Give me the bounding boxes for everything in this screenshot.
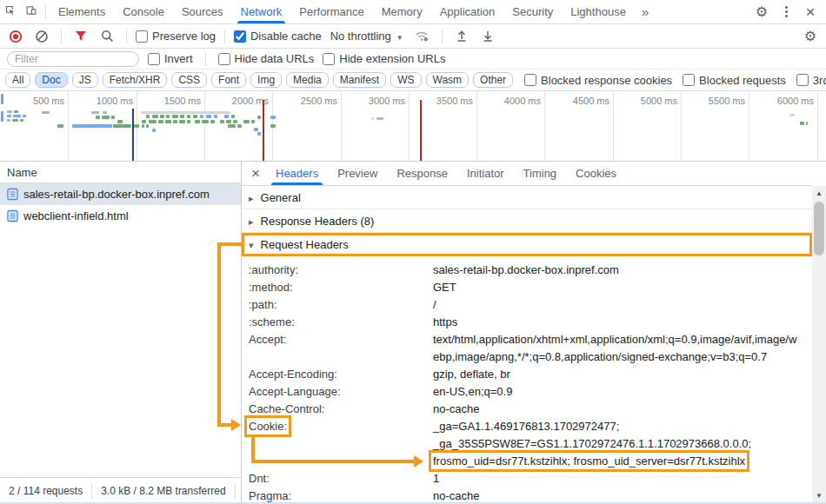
third-party-requests-checkbox[interactable]: 3rd-party requests: [796, 74, 826, 87]
preserve-log-input[interactable]: [136, 30, 148, 43]
chip-media[interactable]: Media: [286, 72, 329, 88]
scroll-down-icon[interactable]: [812, 488, 826, 502]
chip-img[interactable]: Img: [250, 72, 282, 88]
header-row: :scheme: https: [242, 314, 812, 331]
header-value: text/html,application/xhtml+xml,applicat…: [433, 333, 796, 363]
waterfall-bar: [257, 132, 261, 136]
chip-other[interactable]: Other: [473, 72, 513, 88]
blocked-response-cookies-checkbox[interactable]: Blocked response cookies: [524, 74, 672, 87]
chip-js[interactable]: JS: [72, 72, 98, 88]
network-settings-gear-icon[interactable]: [800, 26, 821, 47]
tab-elements[interactable]: Elements: [50, 0, 114, 23]
status-bar: 2 / 114 requests 3.0 kB / 8.2 MB transfe…: [0, 477, 241, 504]
overview-tick-label: 4500 ms: [550, 96, 610, 106]
network-conditions-icon[interactable]: [412, 26, 433, 47]
tab-memory[interactable]: Memory: [373, 0, 431, 23]
detail-tab-response[interactable]: Response: [387, 162, 457, 185]
filter-input[interactable]: [7, 51, 139, 67]
section-response-headers[interactable]: Response Headers (8): [242, 209, 812, 233]
disable-cache-checkbox[interactable]: Disable cache: [234, 30, 322, 43]
throttling-dropdown[interactable]: No throttling: [327, 30, 407, 43]
waterfall-bar: [117, 120, 123, 123]
import-har-icon[interactable]: [451, 26, 472, 47]
overview-gridline: [204, 91, 205, 161]
waterfall-bar: [789, 114, 795, 116]
record-icon[interactable]: [5, 26, 26, 47]
export-har-icon[interactable]: [477, 26, 498, 47]
scroll-up-icon[interactable]: [812, 186, 826, 200]
overview-tick-label: 500 ms: [5, 96, 64, 106]
hide-data-urls-checkbox[interactable]: Hide data URLs: [218, 52, 315, 65]
checkbox-label: Blocked response cookies: [541, 74, 672, 87]
chip-css[interactable]: CSS: [171, 72, 207, 88]
device-toolbar-icon[interactable]: [21, 0, 42, 21]
request-row[interactable]: sales-retail-bp.docker-box.inpref.com: [0, 183, 241, 205]
hide-data-urls-input[interactable]: [218, 53, 230, 65]
section-request-headers[interactable]: Request Headers: [242, 233, 812, 256]
checkbox-input[interactable]: [683, 74, 695, 86]
chip-doc[interactable]: Doc: [35, 72, 67, 88]
invert-input[interactable]: [148, 53, 160, 65]
blocked-requests-checkbox[interactable]: Blocked requests: [683, 74, 786, 87]
tab-application[interactable]: Application: [431, 0, 504, 23]
scrollbar-thumb[interactable]: [814, 202, 824, 255]
network-main: Name sales-retail-bp.docker-box.inpref.c…: [0, 162, 826, 504]
waterfall-bar: [152, 129, 156, 132]
annotation-arrow-request-headers-to-cookie: [217, 242, 243, 246]
clear-icon[interactable]: [31, 26, 52, 47]
detail-tab-preview[interactable]: Preview: [328, 162, 387, 185]
name-column-header[interactable]: Name: [0, 162, 241, 183]
tab-sources[interactable]: Sources: [173, 0, 232, 23]
hide-extension-urls-checkbox[interactable]: Hide extension URLs: [323, 52, 445, 65]
header-value: /: [433, 298, 436, 311]
detail-tab-initiator[interactable]: Initiator: [457, 162, 514, 185]
devtools-tabbar: ElementsConsoleSourcesNetworkPerformance…: [0, 0, 826, 24]
tab-network[interactable]: Network: [232, 0, 291, 23]
tab-console[interactable]: Console: [114, 0, 173, 23]
divider: [45, 5, 46, 19]
detail-tab-timing[interactable]: Timing: [514, 162, 567, 185]
chip-all[interactable]: All: [5, 72, 30, 88]
preserve-log-checkbox[interactable]: Preserve log: [136, 30, 216, 43]
close-devtools-icon[interactable]: [800, 2, 821, 23]
waterfall-bar: [214, 115, 217, 118]
tab-security[interactable]: Security: [503, 0, 562, 23]
settings-gear-icon[interactable]: [751, 2, 772, 23]
more-tabs-icon[interactable]: [635, 0, 656, 23]
search-icon[interactable]: [97, 26, 117, 47]
chip-ws[interactable]: WS: [390, 72, 421, 88]
waterfall-bar: [136, 124, 139, 128]
requests-count: 2 / 114 requests: [0, 485, 91, 497]
divider: [126, 30, 127, 43]
disable-cache-input[interactable]: [234, 30, 246, 43]
hide-extension-urls-label: Hide extension URLs: [339, 52, 445, 65]
overview-tick-label: 2500 ms: [278, 96, 337, 106]
close-detail-icon[interactable]: [245, 162, 266, 185]
chip-font[interactable]: Font: [211, 72, 246, 88]
section-general[interactable]: General: [242, 186, 812, 209]
detail-scrollbar[interactable]: [812, 186, 826, 504]
tab-lighthouse[interactable]: Lighthouse: [562, 0, 635, 23]
header-row: Cache-Control: no-cache: [242, 401, 812, 418]
overview-tick-label: 3000 ms: [346, 96, 405, 106]
inspect-element-icon[interactable]: [0, 0, 21, 21]
detail-tab-headers[interactable]: Headers: [266, 162, 328, 185]
detail-tab-cookies[interactable]: Cookies: [566, 162, 626, 185]
hide-extension-urls-input[interactable]: [323, 53, 335, 65]
waterfall-bar: [173, 120, 177, 123]
filter-funnel-icon[interactable]: [70, 26, 91, 47]
chip-manifest[interactable]: Manifest: [333, 72, 386, 88]
overview-strip[interactable]: 500 ms1000 ms1500 ms2000 ms2500 ms3000 m…: [0, 91, 826, 162]
request-row[interactable]: webclient-infield.html: [0, 205, 241, 227]
waterfall-bar: [226, 120, 231, 123]
tab-performance[interactable]: Performance: [290, 0, 372, 23]
checkbox-label: 3rd-party requests: [813, 74, 826, 87]
checkbox-input[interactable]: [524, 74, 536, 86]
kebab-menu-icon[interactable]: [776, 2, 796, 23]
chip-wasm[interactable]: Wasm: [426, 72, 470, 88]
checkbox-input[interactable]: [796, 74, 809, 86]
invert-checkbox[interactable]: Invert: [148, 52, 193, 65]
chip-fetch-xhr[interactable]: Fetch/XHR: [103, 72, 168, 88]
waterfall-bar: [187, 120, 190, 123]
invert-label: Invert: [164, 52, 193, 65]
